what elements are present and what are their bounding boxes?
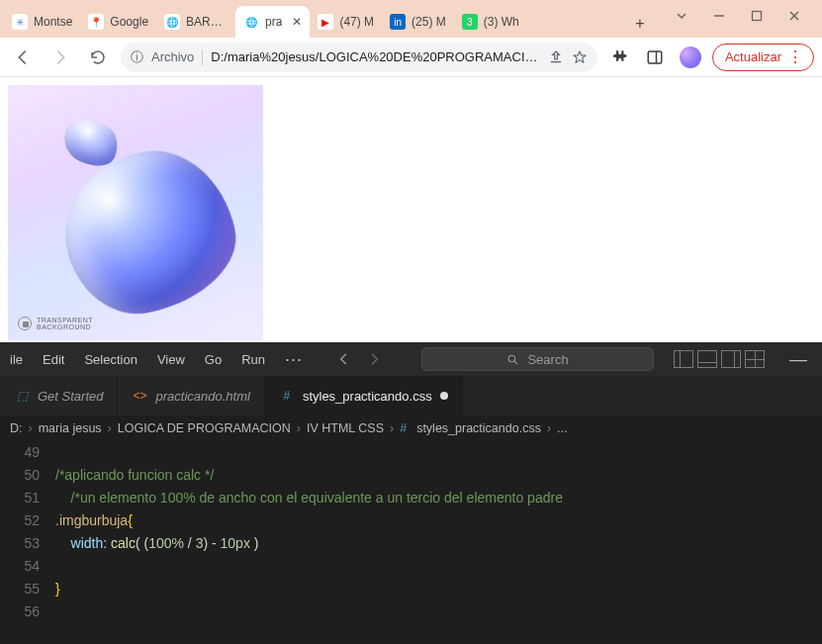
info-icon[interactable]: ⓘ — [131, 48, 143, 66]
code-line[interactable] — [55, 555, 822, 578]
line-number: 52 — [0, 509, 40, 532]
search-placeholder: Search — [527, 352, 568, 367]
close-tab-icon[interactable]: ✕ — [292, 15, 302, 29]
breadcrumb-segment[interactable]: ... — [557, 421, 567, 435]
line-number: 53 — [0, 532, 40, 555]
chevron-right-icon: › — [547, 421, 551, 435]
breadcrumb-segment[interactable]: maria jesus — [39, 421, 102, 435]
browser-tab[interactable]: 🌐BARBEI — [156, 6, 235, 38]
share-icon[interactable] — [548, 49, 564, 65]
page-content: TRANSPARENT BACKGROUND — [0, 77, 822, 342]
breadcrumb-segment[interactable]: IV HTML CSS — [307, 421, 384, 435]
bubble-image: TRANSPARENT BACKGROUND — [8, 85, 263, 340]
new-tab-button[interactable]: + — [626, 10, 654, 38]
breadcrumb-segment[interactable]: D: — [10, 421, 23, 435]
code-editor[interactable]: 4950515253545556 /*aplicando funcion cal… — [0, 441, 822, 644]
layout-controls — [674, 350, 765, 368]
tab-label: (25) M — [411, 15, 446, 29]
browser-tab[interactable]: ✳Montse — [4, 6, 80, 38]
update-button[interactable]: Actualizar ⋮ — [712, 44, 814, 71]
divider — [202, 49, 203, 65]
close-icon[interactable] — [784, 6, 804, 26]
menu-item[interactable]: Run — [241, 352, 265, 367]
browser-tab[interactable]: ▶(47) M — [310, 6, 382, 38]
kebab-icon[interactable]: ⋮ — [787, 49, 803, 65]
watermark-line1: TRANSPARENT — [37, 317, 93, 323]
chevron-right-icon: › — [29, 421, 33, 435]
line-number: 56 — [0, 600, 40, 623]
breadcrumb-segment[interactable]: styles_practicando.css — [416, 421, 541, 435]
tab-label: BARBEI — [186, 15, 228, 29]
editor-tab[interactable]: #styles_practicando.css — [265, 376, 463, 415]
code-line[interactable] — [55, 441, 822, 464]
file-icon: ⬚ — [14, 388, 30, 404]
editor-tab[interactable]: ⬚Get Started — [0, 376, 118, 415]
update-label: Actualizar — [725, 49, 781, 64]
layout-right-icon[interactable] — [721, 350, 741, 368]
code-area[interactable]: /*aplicando funcion calc */ /*un element… — [55, 441, 822, 644]
vscode-minimize-icon[interactable]: — — [784, 349, 812, 370]
code-line[interactable]: /*aplicando funcion calc */ — [55, 464, 822, 487]
vscode-menubar: ileEditSelectionViewGoRun ··· Search — — [0, 342, 822, 376]
vscode-window: ileEditSelectionViewGoRun ··· Search — ⬚… — [0, 342, 822, 644]
minimize-icon[interactable] — [709, 6, 729, 26]
layout-grid-icon[interactable] — [745, 350, 765, 368]
nav-forward-icon[interactable] — [366, 351, 382, 367]
command-center-search[interactable]: Search — [421, 347, 654, 371]
extensions-icon[interactable] — [605, 44, 633, 71]
reload-button[interactable] — [83, 43, 113, 72]
file-icon: # — [279, 388, 295, 404]
editor-tab-label: Get Started — [38, 389, 103, 404]
svg-line-5 — [515, 361, 518, 364]
editor-tab[interactable]: <>practicando.html — [118, 376, 264, 415]
breadcrumb-segment[interactable]: LOGICA DE PROGRAMACION — [118, 421, 291, 435]
code-line[interactable]: width: calc( (100% / 3) - 10px ) — [55, 532, 822, 555]
browser-tabs: ✳Montse📍Google🌐BARBEI🌐pra✕▶(47) Min(25) … — [0, 4, 626, 38]
browser-tab[interactable]: 📍Google — [80, 6, 156, 38]
file-icon: # — [400, 421, 407, 435]
menu-overflow[interactable]: ··· — [285, 349, 303, 370]
window-controls — [654, 6, 822, 32]
layout-left-icon[interactable] — [674, 350, 693, 368]
menu-item[interactable]: ile — [10, 352, 23, 367]
favicon: 🌐 — [243, 14, 259, 30]
maximize-icon[interactable] — [747, 6, 767, 26]
menu-item[interactable]: View — [157, 352, 185, 367]
favicon: 🌐 — [164, 14, 180, 30]
favicon: in — [390, 14, 406, 30]
code-line[interactable]: /*un elemento 100% de ancho con el equiv… — [55, 487, 822, 509]
code-line[interactable]: .imgburbuja{ — [55, 509, 822, 532]
browser-tab[interactable]: 🌐pra✕ — [235, 6, 310, 38]
watermark-icon — [18, 317, 32, 330]
svg-rect-2 — [648, 51, 662, 63]
back-button[interactable] — [8, 43, 38, 72]
blob-large — [50, 137, 248, 326]
code-line[interactable] — [55, 600, 822, 623]
star-icon[interactable] — [572, 49, 588, 65]
address-bar[interactable]: ⓘ Archivo D:/maria%20jesus/LOGICA%20DE%2… — [121, 43, 597, 72]
line-number: 49 — [0, 441, 40, 464]
layout-bottom-icon[interactable] — [697, 350, 717, 368]
forward-button[interactable] — [46, 43, 75, 72]
nav-back-icon[interactable] — [336, 351, 352, 367]
tab-label: Google — [110, 15, 148, 29]
tab-label: pra — [265, 15, 282, 29]
menu-item[interactable]: Selection — [84, 352, 137, 367]
chevron-right-icon: › — [390, 421, 394, 435]
browser-tab[interactable]: in(25) M — [382, 6, 454, 38]
tab-label: Montse — [34, 15, 72, 29]
tab-label: (3) Wh — [484, 15, 519, 29]
chevron-down-icon[interactable] — [672, 6, 691, 26]
code-line[interactable]: } — [55, 578, 822, 600]
browser-tab[interactable]: 3(3) Wh — [454, 6, 527, 38]
menu-item[interactable]: Go — [205, 352, 222, 367]
side-panel-icon[interactable] — [641, 44, 669, 71]
favicon: 3 — [462, 14, 478, 30]
editor-tab-label: styles_practicando.css — [303, 389, 432, 404]
profile-avatar[interactable] — [677, 44, 704, 71]
browser-toolbar: ⓘ Archivo D:/maria%20jesus/LOGICA%20DE%2… — [0, 38, 822, 77]
breadcrumbs[interactable]: D:›maria jesus›LOGICA DE PROGRAMACION›IV… — [0, 415, 822, 441]
watermark: TRANSPARENT BACKGROUND — [18, 317, 93, 330]
menu-item[interactable]: Edit — [43, 352, 64, 367]
line-number: 51 — [0, 487, 40, 509]
